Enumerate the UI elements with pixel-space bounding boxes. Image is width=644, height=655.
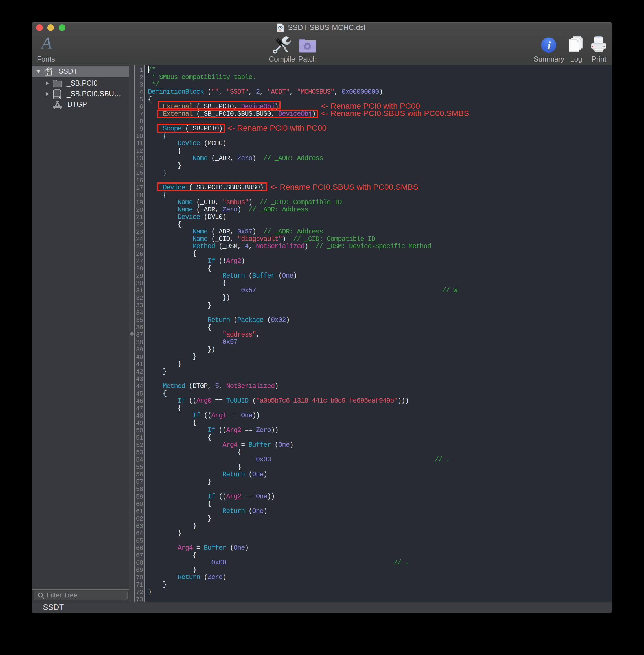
svg-text:A: A xyxy=(40,34,52,52)
svg-text:DSL: DSL xyxy=(279,30,282,31)
svg-text:i: i xyxy=(548,39,551,52)
